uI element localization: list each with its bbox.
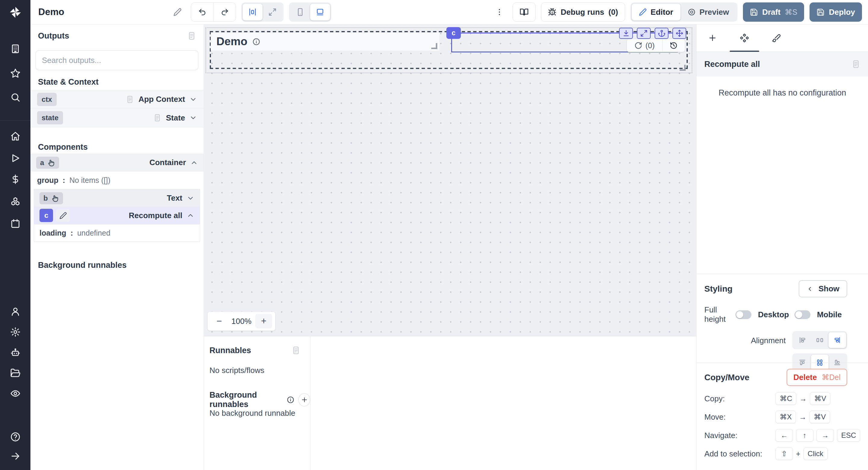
rail-item-home[interactable] bbox=[9, 130, 22, 143]
doc-icon[interactable] bbox=[851, 60, 861, 69]
align-center-icon bbox=[248, 8, 257, 16]
zoom-level: 100% bbox=[227, 317, 255, 326]
history-button[interactable] bbox=[663, 41, 685, 50]
background-runnables-heading: Background runnables bbox=[38, 261, 127, 270]
component-row-c[interactable]: c Recompute all bbox=[34, 207, 200, 224]
background-runnables-empty: No background runnable bbox=[210, 409, 296, 418]
play-icon bbox=[10, 153, 21, 163]
pencil-icon[interactable] bbox=[56, 209, 70, 222]
output-row-loading[interactable]: loading : undefined bbox=[34, 224, 200, 241]
fullscreen-button[interactable] bbox=[637, 28, 651, 39]
maximize-icon bbox=[640, 30, 648, 37]
component-c-tab[interactable]: c bbox=[446, 27, 461, 39]
draft-button[interactable]: Draft ⌘S bbox=[743, 2, 804, 22]
folder-icon bbox=[10, 368, 21, 378]
align-center-button[interactable] bbox=[811, 332, 829, 348]
undo-button[interactable] bbox=[191, 3, 213, 21]
rail-item-workers[interactable] bbox=[9, 346, 22, 359]
tab-theme[interactable] bbox=[761, 24, 792, 52]
deploy-label: Deploy bbox=[829, 7, 855, 17]
rail-item-audit[interactable] bbox=[9, 387, 22, 400]
rail-item-variables[interactable] bbox=[9, 173, 22, 186]
output-row-group[interactable]: group : No items ([]) bbox=[30, 171, 204, 189]
rail-item-help[interactable] bbox=[9, 430, 22, 443]
output-row-ctx[interactable]: ctx App Context bbox=[30, 90, 204, 108]
more-menu-button[interactable] bbox=[492, 4, 507, 21]
zoom-out-button[interactable]: − bbox=[211, 314, 227, 328]
component-row-b[interactable]: b Text bbox=[34, 189, 200, 207]
zoom-in-button[interactable]: + bbox=[255, 314, 272, 328]
component-row-a[interactable]: a Container bbox=[30, 154, 204, 171]
text-component-b[interactable]: Demo bbox=[211, 32, 440, 51]
canvas-app-title: Demo bbox=[216, 35, 247, 48]
tab-insert-component[interactable] bbox=[696, 24, 728, 52]
move-button[interactable] bbox=[673, 28, 686, 39]
info-icon[interactable] bbox=[252, 38, 260, 46]
windmill-logo[interactable] bbox=[8, 5, 22, 19]
component-c-badge: c bbox=[39, 209, 53, 222]
delete-shortcut: ⌘Del bbox=[822, 373, 841, 382]
tab-editor[interactable]: Editor bbox=[632, 4, 681, 21]
redo-button[interactable] bbox=[213, 3, 236, 21]
delete-component-button[interactable]: Delete ⌘Del bbox=[786, 369, 847, 386]
align-right-button[interactable] bbox=[829, 332, 846, 348]
add-background-runnable-button[interactable] bbox=[299, 393, 310, 406]
align-center-h-icon bbox=[816, 336, 824, 344]
docs-button[interactable] bbox=[513, 2, 535, 22]
background-runnables-title: Background runnables bbox=[210, 390, 283, 409]
plus-icon bbox=[301, 396, 308, 403]
rail-item-settings[interactable] bbox=[9, 325, 22, 339]
rail-item-workspace[interactable] bbox=[9, 42, 22, 56]
state-type-label: State bbox=[166, 113, 185, 123]
doc-icon[interactable] bbox=[291, 346, 301, 355]
rail-item-schedules[interactable] bbox=[9, 217, 22, 230]
inspector-header: Recompute all bbox=[696, 52, 868, 76]
app-canvas[interactable]: Demo c (0) − 100% + bbox=[204, 24, 696, 336]
resize-handle[interactable] bbox=[431, 43, 437, 49]
undo-icon bbox=[198, 8, 207, 16]
show-styling-button[interactable]: Show bbox=[799, 280, 847, 297]
windmill-app-editor: Demo Debug runs (0) Editor bbox=[0, 0, 868, 470]
save-icon bbox=[816, 8, 825, 16]
deploy-button[interactable]: Deploy bbox=[809, 2, 862, 22]
rail-item-resources[interactable] bbox=[9, 195, 22, 208]
device-toggle-group bbox=[289, 2, 331, 22]
shortcut-row-add-selection: Add to selection: ⇧ + Click bbox=[704, 445, 847, 462]
rail-item-expand[interactable] bbox=[9, 449, 22, 463]
draft-shortcut: ⌘S bbox=[785, 8, 798, 17]
fullwidth-layout-button[interactable] bbox=[262, 4, 282, 21]
search-outputs-input[interactable] bbox=[36, 50, 198, 70]
tab-preview[interactable]: Preview bbox=[681, 4, 736, 21]
mobile-view-button[interactable] bbox=[290, 4, 310, 21]
refresh-component-button[interactable]: (0) bbox=[627, 41, 662, 50]
runnables-empty: No scripts/flows bbox=[210, 366, 264, 375]
rail-item-runs[interactable] bbox=[9, 152, 22, 165]
star-icon bbox=[10, 68, 21, 78]
expand-down-button[interactable] bbox=[619, 28, 633, 39]
desktop-view-button[interactable] bbox=[310, 4, 330, 21]
rail-item-favorites[interactable] bbox=[9, 67, 22, 80]
inspector-panel: Recompute all Recompute all has no confi… bbox=[696, 24, 868, 470]
canvas-zoom-bar: − 100% + bbox=[207, 312, 276, 331]
rail-item-folders[interactable] bbox=[9, 366, 22, 380]
edit-title-button[interactable] bbox=[170, 4, 185, 21]
editor-preview-group: Editor Preview bbox=[630, 2, 738, 22]
left-rail bbox=[0, 0, 30, 470]
rail-item-users[interactable] bbox=[9, 305, 22, 318]
delete-label: Delete bbox=[793, 373, 817, 382]
runnables-title: Runnables bbox=[210, 346, 251, 355]
anchor-button[interactable] bbox=[655, 28, 669, 39]
page-title: Demo bbox=[38, 7, 170, 18]
doc-icon[interactable] bbox=[187, 31, 196, 40]
full-height-toggle[interactable] bbox=[735, 310, 751, 319]
rail-item-search[interactable] bbox=[9, 91, 22, 104]
component-b-badge: b bbox=[43, 194, 48, 202]
centered-layout-button[interactable] bbox=[243, 4, 262, 21]
tab-component-settings[interactable] bbox=[728, 24, 761, 52]
desktop-toggle[interactable] bbox=[795, 310, 810, 319]
align-left-button[interactable] bbox=[794, 332, 811, 348]
group-value: No items ([]) bbox=[69, 176, 110, 185]
resize-handle[interactable] bbox=[680, 65, 686, 71]
output-row-state[interactable]: state State bbox=[30, 108, 204, 127]
debug-runs-button[interactable]: Debug runs (0) bbox=[541, 2, 625, 22]
